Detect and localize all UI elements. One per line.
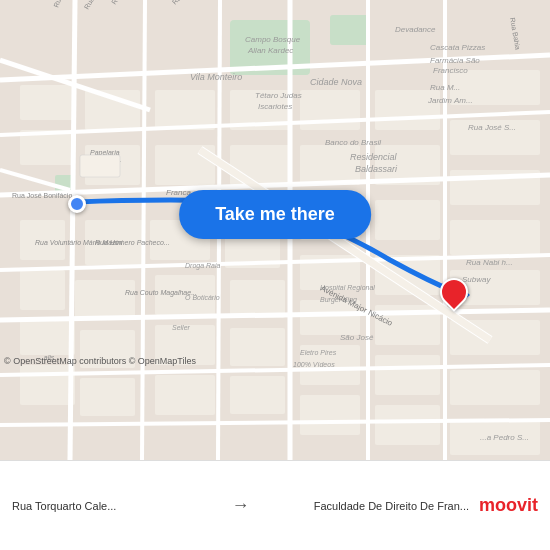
svg-rect-13 <box>75 280 135 320</box>
svg-text:Campo Bosque: Campo Bosque <box>245 35 301 44</box>
svg-text:Francisco: Francisco <box>433 66 468 75</box>
route-arrow-icon: → <box>232 495 250 516</box>
svg-text:Rua Couto Magalhae...: Rua Couto Magalhae... <box>125 289 197 297</box>
svg-text:...a Pedro S...: ...a Pedro S... <box>480 433 529 442</box>
svg-text:Jardim Am...: Jardim Am... <box>427 96 473 105</box>
svg-rect-21 <box>155 375 215 415</box>
moovit-logo: moovit <box>479 495 538 516</box>
svg-rect-8 <box>20 320 75 355</box>
svg-rect-45 <box>450 220 540 255</box>
bottom-bar: Rua Torquarto Cale... → Faculdade De Dir… <box>0 460 550 550</box>
svg-text:Droga Raia: Droga Raia <box>185 262 221 270</box>
svg-rect-27 <box>230 376 285 414</box>
route-from-label: Rua Torquarto Cale... <box>12 500 224 512</box>
svg-text:Tétaro Judas: Tétaro Judas <box>255 91 302 100</box>
svg-rect-7 <box>20 270 65 310</box>
svg-text:Allan Kardec: Allan Kardec <box>247 46 293 55</box>
svg-rect-41 <box>375 405 440 445</box>
svg-text:Iscariotes: Iscariotes <box>258 102 292 111</box>
svg-text:Baldassari: Baldassari <box>355 164 398 174</box>
start-marker <box>68 195 86 213</box>
map-attribution: © OpenStreetMap contributors © OpenMapTi… <box>4 356 196 366</box>
svg-rect-4 <box>20 85 75 120</box>
route-to-label: Faculdade De Direito De Fran... <box>258 500 470 512</box>
map-area: Rua Antônio Bernardes Rua Carlos... Rua … <box>0 0 550 460</box>
svg-rect-26 <box>230 328 285 366</box>
take-me-there-button[interactable]: Take me there <box>179 190 371 239</box>
app-container: Rua Antônio Bernardes Rua Carlos... Rua … <box>0 0 550 550</box>
svg-rect-9 <box>20 365 75 405</box>
svg-text:São José: São José <box>340 333 374 342</box>
svg-rect-34 <box>300 395 360 435</box>
svg-text:Eletro Pires: Eletro Pires <box>300 349 337 356</box>
svg-text:Residencial: Residencial <box>350 152 398 162</box>
svg-text:Devadance: Devadance <box>395 25 436 34</box>
svg-rect-40 <box>375 355 440 395</box>
svg-rect-37 <box>375 200 440 240</box>
svg-text:Cidade Nova: Cidade Nova <box>310 77 362 87</box>
svg-text:Rua José Bonifácio: Rua José Bonifácio <box>12 192 72 199</box>
svg-rect-25 <box>230 280 285 318</box>
svg-text:Cascata Pizzas: Cascata Pizzas <box>430 43 485 52</box>
svg-rect-108 <box>80 155 120 177</box>
svg-text:Rua Voluntário Mário Mazini: Rua Voluntário Mário Mazini <box>35 239 123 246</box>
svg-text:Banco do Brasil: Banco do Brasil <box>325 138 381 147</box>
svg-rect-48 <box>450 370 540 405</box>
svg-text:Rua José S...: Rua José S... <box>468 123 516 132</box>
svg-text:100% Vídeos: 100% Vídeos <box>293 361 335 368</box>
svg-text:Vila Monteiro: Vila Monteiro <box>190 72 242 82</box>
svg-rect-2 <box>330 15 370 45</box>
svg-rect-16 <box>155 90 215 130</box>
svg-rect-15 <box>80 378 135 416</box>
svg-text:Rua Nabi h...: Rua Nabi h... <box>466 258 513 267</box>
destination-marker <box>440 278 468 306</box>
svg-text:Farmácia São: Farmácia São <box>430 56 480 65</box>
svg-text:Rua M...: Rua M... <box>430 83 460 92</box>
moovit-brand-text: moovit <box>479 495 538 516</box>
svg-rect-29 <box>300 145 360 185</box>
svg-text:Seller: Seller <box>172 324 191 331</box>
